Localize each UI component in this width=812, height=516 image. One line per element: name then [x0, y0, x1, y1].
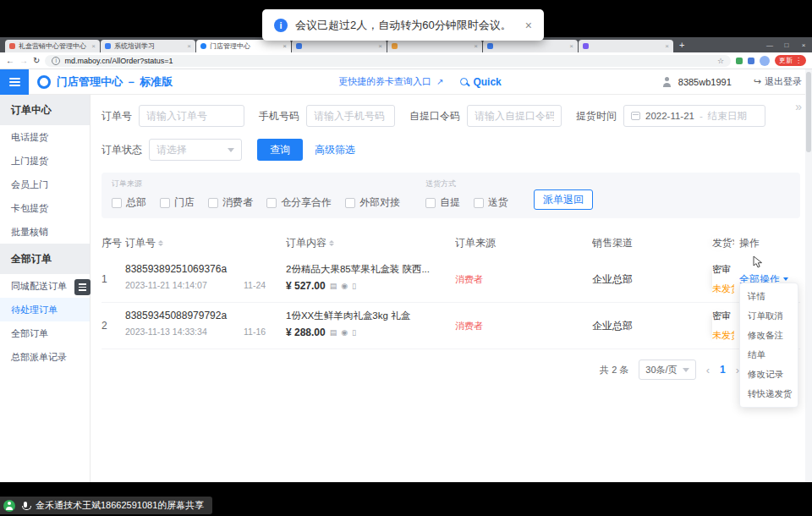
extension-icon[interactable]: [748, 58, 754, 64]
forward-button[interactable]: →: [19, 56, 28, 65]
dispatch-return-button[interactable]: 派单退回: [534, 189, 593, 210]
logout-button[interactable]: ↪ 退出登录: [754, 75, 802, 88]
orders-table: 序号 订单号 订单内容 订单来源 销售渠道: [102, 229, 800, 349]
pickup-code-input[interactable]: [467, 105, 562, 127]
checkbox-consumer[interactable]: 消费者: [208, 195, 253, 210]
tab-close-icon[interactable]: ×: [283, 42, 287, 50]
sidebar-section-all-orders: 全部订单: [0, 244, 90, 274]
coupon-query-link[interactable]: 更快捷的券卡查询入口: [338, 75, 431, 88]
back-button[interactable]: ←: [6, 56, 14, 65]
scrollbar-thumb[interactable]: [806, 72, 811, 152]
toast-close-button[interactable]: ×: [525, 19, 532, 32]
ship-status-line2: 未发货: [712, 329, 734, 342]
tab-close-icon[interactable]: ×: [569, 42, 573, 50]
meeting-toast: i 会议已超过2人，自动转为60分钟限时会议。 ×: [262, 9, 544, 41]
menu-item-edit-remark[interactable]: 修改备注: [740, 326, 798, 345]
main-content: » 订单号 手机号码 自提口令码: [91, 95, 812, 482]
logout-label: 退出登录: [765, 75, 802, 88]
checkbox-self-pickup[interactable]: 自提: [425, 195, 460, 210]
pickup-date-range[interactable]: 2022-11-21 - 结束日期: [623, 105, 765, 127]
tab-close-icon[interactable]: ×: [187, 42, 191, 50]
tab-close-icon[interactable]: ×: [91, 42, 96, 50]
header-label: 订单号: [125, 236, 156, 250]
sidebar-item-card-pickup[interactable]: 卡包提货: [0, 196, 90, 220]
sidebar-item-pending-orders[interactable]: 待处理订单: [0, 298, 90, 321]
minimize-button[interactable]: —: [761, 41, 778, 49]
phone-input[interactable]: [306, 105, 395, 127]
sort-icon[interactable]: [158, 240, 163, 246]
profile-avatar[interactable]: [760, 56, 770, 66]
checkbox-label: 仓分享合作: [281, 195, 332, 210]
tab-close-icon[interactable]: ×: [665, 42, 669, 50]
sidebar-item-phone-pickup[interactable]: 电话提货: [0, 125, 90, 149]
hamburger-menu-button[interactable]: [0, 69, 29, 95]
scrollbar[interactable]: [805, 69, 812, 482]
window-close-button[interactable]: ×: [795, 41, 812, 49]
checkbox-icon[interactable]: [266, 198, 277, 208]
username: 8385wb1991: [678, 77, 732, 87]
checkbox-icon[interactable]: [425, 198, 436, 208]
order-no-input[interactable]: [139, 105, 244, 127]
browser-tab[interactable]: ×: [387, 40, 482, 52]
browser-tab[interactable]: ×: [292, 40, 387, 52]
menu-item-close-order[interactable]: 结单: [740, 345, 798, 365]
menu-item-switch-express[interactable]: 转快递发货: [740, 384, 798, 403]
bookmark-star-icon[interactable]: ☆: [717, 57, 724, 65]
search-button[interactable]: 查询: [257, 139, 303, 161]
site-info-icon[interactable]: i: [52, 57, 60, 65]
browser-tab[interactable]: 礼盒营销中心管理中心 ×: [5, 40, 100, 52]
header-seq: 序号: [102, 236, 125, 250]
cell-order-no: 83859345088979792a 2023-11-13 14:33:34: [125, 310, 244, 342]
checkbox-icon[interactable]: [345, 198, 355, 208]
sort-icon[interactable]: [329, 240, 334, 246]
checkbox-external[interactable]: 外部对接: [345, 195, 400, 210]
checkbox-label: 送货: [488, 195, 508, 210]
checkbox-icon[interactable]: [474, 198, 484, 208]
order-status-select[interactable]: 请选择: [149, 139, 242, 161]
quick-search-link[interactable]: Quick: [473, 76, 501, 88]
menu-item-edit-history[interactable]: 修改记录: [740, 365, 798, 384]
order-number: 83859345088979792a: [125, 310, 244, 321]
cell-pickup: 11-16: [244, 310, 286, 342]
address-bar[interactable]: i md.maboy.cn/AllOrder?status=1 ☆: [45, 55, 731, 67]
advanced-filter-link[interactable]: 高级筛选: [315, 143, 355, 157]
ship-status-line1: 密审: [712, 310, 734, 322]
maximize-button[interactable]: □: [778, 41, 795, 49]
checkbox-icon[interactable]: [112, 198, 122, 208]
sidebar-item-all-orders[interactable]: 全部订单: [0, 321, 90, 345]
prev-page-button[interactable]: ‹: [706, 364, 710, 376]
update-button[interactable]: 更新 ⋮: [775, 55, 806, 66]
browser-tab-active[interactable]: 门店管理中心 ×: [196, 40, 291, 52]
tab-favicon: [392, 43, 398, 49]
new-tab-button[interactable]: +: [679, 40, 684, 50]
sidebar-item-hq-dispatch-records[interactable]: 总部派单记录: [0, 345, 90, 369]
browser-tab[interactable]: 系统培训学习 ×: [101, 40, 195, 52]
checkbox-icon[interactable]: [208, 198, 218, 208]
extension-icon[interactable]: [736, 58, 743, 64]
refresh-button[interactable]: ↻: [33, 56, 40, 65]
date-end-placeholder: 结束日期: [708, 110, 747, 123]
order-time: 2023-11-13 14:33:34: [125, 327, 244, 337]
page-size-select[interactable]: 30条/页: [639, 360, 695, 380]
menu-item-cancel-order[interactable]: 订单取消: [740, 306, 798, 326]
browser-tab[interactable]: ×: [483, 40, 578, 52]
checkbox-icon[interactable]: [160, 198, 170, 208]
menu-item-details[interactable]: 详情: [740, 287, 798, 306]
sidebar-item-door-pickup[interactable]: 上门提货: [0, 149, 90, 173]
page-number[interactable]: 1: [720, 364, 726, 376]
checkbox-label: 消费者: [222, 195, 253, 210]
screen-share-chip[interactable]: 金禾通技术王斌18662591081的屏幕共享: [0, 497, 212, 514]
header-actions: 操作: [734, 236, 793, 250]
cell-source: 消费者: [455, 263, 592, 295]
browser-tab[interactable]: ×: [579, 40, 673, 52]
sidebar-collapse-handle[interactable]: [74, 279, 91, 295]
checkbox-hq[interactable]: 总部: [112, 195, 146, 210]
tab-close-icon[interactable]: ×: [474, 42, 478, 50]
checkbox-store[interactable]: 门店: [160, 195, 195, 210]
sidebar-item-batch-verify[interactable]: 批量核销: [0, 220, 90, 244]
collapse-panel-icon[interactable]: »: [795, 100, 802, 113]
sidebar-item-member-visit[interactable]: 会员上门: [0, 173, 90, 196]
tab-close-icon[interactable]: ×: [378, 42, 382, 50]
checkbox-delivery[interactable]: 送货: [474, 195, 508, 210]
checkbox-warehouse-share[interactable]: 仓分享合作: [266, 195, 332, 210]
